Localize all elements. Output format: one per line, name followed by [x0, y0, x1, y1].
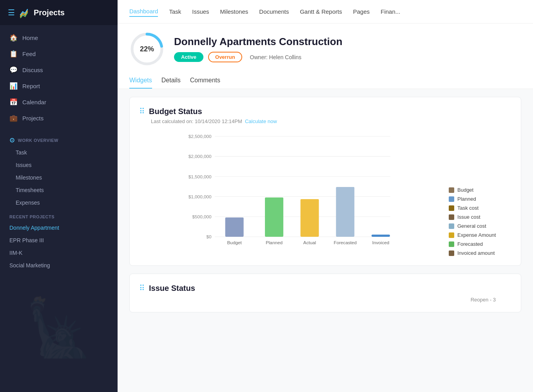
sidebar-item-report[interactable]: 📊 Report — [0, 78, 118, 94]
work-overview-label: WORK OVERVIEW — [18, 138, 58, 143]
main-content: Dashboard Task Issues Milestones Documen… — [118, 0, 533, 392]
owner-text: Owner: Helen Collins — [250, 54, 302, 60]
recent-project-donnely[interactable]: Donnely Appartment — [0, 221, 118, 234]
x-label-forecasted: Forecasted — [334, 240, 357, 245]
work-overview-icon: ⊙ — [9, 136, 15, 144]
sidebar-item-task[interactable]: Task — [0, 146, 118, 159]
overrun-badge: Overrun — [208, 52, 242, 62]
svg-text:$2,000,000: $2,000,000 — [189, 154, 212, 159]
sidebar: ☰ Projects 🏠 Home 📋 Feed 💬 Discuss 📊 Rep… — [0, 0, 118, 392]
bar-actual — [301, 199, 319, 237]
recent-project-iim[interactable]: IIM-K — [0, 247, 118, 259]
sidebar-item-projects[interactable]: 💼 Projects — [0, 110, 118, 126]
legend-taskcost: Task cost — [449, 205, 511, 211]
legend-generalcost: General cost — [449, 223, 511, 229]
project-name: Donnelly Apartments Construction — [174, 36, 521, 48]
sidebar-item-calendar-label: Calendar — [22, 99, 46, 105]
legend-label-budget: Budget — [457, 187, 473, 193]
sidebar-item-projects-label: Projects — [22, 115, 44, 122]
feed-icon: 📋 — [9, 50, 18, 58]
sidebar-item-calendar[interactable]: 📅 Calendar — [0, 94, 118, 110]
chart-container: $2,500,000 $2,000,000 $1,500,000 $1,000,… — [139, 131, 511, 256]
sidebar-title: Projects — [34, 8, 65, 17]
svg-text:$0: $0 — [206, 234, 212, 239]
tab-widgets[interactable]: Widgets — [129, 74, 152, 89]
budget-widget: ⠿ Budget Status Last calculated on: 10/1… — [129, 97, 521, 266]
legend-label-generalcost: General cost — [457, 223, 486, 229]
project-badges: Active Overrun Owner: Helen Collins — [174, 52, 521, 62]
sidebar-item-timesheets[interactable]: Timesheets — [0, 184, 118, 196]
sidebar-item-discuss[interactable]: 💬 Discuss — [0, 62, 118, 78]
x-label-planned: Planned — [266, 240, 283, 245]
sidebar-nav: 🏠 Home 📋 Feed 💬 Discuss 📊 Report 📅 Calen… — [0, 25, 118, 131]
sidebar-item-issues[interactable]: Issues — [0, 159, 118, 171]
calendar-icon: 📅 — [9, 98, 18, 106]
recent-project-social[interactable]: Social Marketing — [0, 259, 118, 272]
legend-budget: Budget — [449, 187, 511, 193]
projects-icon: 💼 — [9, 114, 18, 122]
hamburger-icon[interactable]: ☰ — [8, 8, 15, 17]
report-icon: 📊 — [9, 82, 18, 90]
nav-gantt[interactable]: Gantt & Reports — [300, 7, 342, 16]
calculate-now-link[interactable]: Calculate now — [245, 118, 277, 124]
recent-projects-section: RECENT PROJECTS — [0, 209, 118, 221]
sidebar-item-expenses[interactable]: Expenses — [0, 196, 118, 209]
reopen-badge: Reopen - 3 — [471, 297, 496, 303]
legend-label-taskcost: Task cost — [457, 205, 479, 211]
nav-documents[interactable]: Documents — [259, 7, 289, 16]
x-label-invoiced: Invoiced — [372, 240, 390, 245]
nav-dashboard[interactable]: Dashboard — [129, 6, 158, 17]
issue-widget: ⠿ Issue Status Reopen - 3 — [129, 274, 521, 312]
sidebar-item-feed-label: Feed — [22, 51, 36, 57]
legend-color-taskcost — [449, 205, 454, 211]
sidebar-header: ☰ Projects — [0, 0, 118, 25]
legend-label-forecasted: Forecasted — [457, 241, 483, 247]
budget-widget-meta: Last calculated on: 10/14/2020 12:14PM C… — [151, 118, 511, 124]
content-area: ⠿ Budget Status Last calculated on: 10/1… — [118, 89, 533, 392]
progress-percent: 22% — [140, 45, 154, 53]
sidebar-item-feed[interactable]: 📋 Feed — [0, 46, 118, 62]
sidebar-watermark: 🗽 — [25, 296, 93, 361]
svg-text:$1,500,000: $1,500,000 — [189, 174, 212, 179]
bar-invoiced — [372, 235, 390, 237]
budget-chart-svg: $2,500,000 $2,000,000 $1,500,000 $1,000,… — [139, 131, 441, 256]
legend-color-forecasted — [449, 241, 454, 247]
progress-circle: 22% — [129, 31, 165, 67]
legend-forecasted: Forecasted — [449, 241, 511, 247]
legend-color-invoiced — [449, 250, 454, 256]
budget-widget-title: Budget Status — [149, 107, 202, 116]
bar-planned — [265, 198, 283, 237]
tab-comments[interactable]: Comments — [190, 74, 220, 89]
legend-color-expense — [449, 232, 454, 238]
legend-color-generalcost — [449, 223, 454, 229]
sidebar-item-milestones[interactable]: Milestones — [0, 171, 118, 184]
bar-budget — [225, 218, 244, 237]
home-icon: 🏠 — [9, 34, 18, 42]
x-label-actual: Actual — [303, 240, 316, 245]
nav-finance[interactable]: Finan... — [381, 7, 400, 16]
svg-text:$500,000: $500,000 — [192, 214, 212, 219]
legend-planned: Planned — [449, 196, 511, 202]
issue-widget-title: Issue Status — [149, 284, 195, 293]
chart-legend: Budget Planned Task cost Issue cost — [449, 183, 511, 256]
legend-color-planned — [449, 196, 454, 202]
sidebar-item-home[interactable]: 🏠 Home — [0, 30, 118, 46]
nav-task[interactable]: Task — [169, 7, 181, 16]
discuss-icon: 💬 — [9, 66, 18, 74]
nav-issues[interactable]: Issues — [192, 7, 209, 16]
last-calculated-text: Last calculated on: 10/14/2020 12:14PM — [151, 118, 242, 124]
sidebar-item-report-label: Report — [22, 83, 40, 89]
recent-projects-label: RECENT PROJECTS — [9, 214, 54, 219]
nav-milestones[interactable]: Milestones — [220, 7, 248, 16]
widget-dots-icon: ⠿ — [139, 107, 145, 116]
chart-area: $2,500,000 $2,000,000 $1,500,000 $1,000,… — [139, 131, 441, 256]
recent-project-epr[interactable]: EPR Phase III — [0, 234, 118, 247]
nav-pages[interactable]: Pages — [353, 7, 370, 16]
content-tabs: Widgets Details Comments — [118, 71, 533, 89]
sidebar-item-home-label: Home — [22, 34, 38, 41]
logo-icon — [19, 7, 30, 18]
tab-details[interactable]: Details — [161, 74, 181, 89]
legend-color-issuecost — [449, 214, 454, 220]
project-info: Donnelly Apartments Construction Active … — [174, 36, 521, 62]
active-badge: Active — [174, 52, 203, 62]
